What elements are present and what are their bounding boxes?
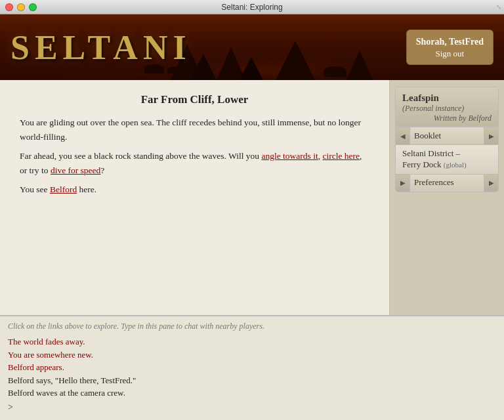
booklet-right-button[interactable]: ▶ <box>484 127 498 144</box>
close-button[interactable] <box>5 3 13 11</box>
location-title: Far From Cliff, Lower <box>20 93 369 106</box>
link-dive[interactable]: dive for speed <box>51 165 100 175</box>
link-angle[interactable]: angle towards it <box>261 151 318 161</box>
chat-prompt: > <box>8 402 496 413</box>
preferences-label: Preferences <box>410 177 484 188</box>
chat-lines: The world fades away.You are somewhere n… <box>8 335 496 400</box>
preferences-row: ▶ Preferences ▶ <box>396 174 498 192</box>
preferences-left-button[interactable]: ▶ <box>396 175 410 192</box>
chat-line: Belford appears. <box>8 361 496 374</box>
maximize-button[interactable] <box>29 3 37 11</box>
location-suffix: (global) <box>444 161 467 169</box>
header-banner: SELTANI Shorah, TestFred Sign out <box>0 14 504 80</box>
booklet-left-button[interactable]: ◀ <box>396 127 410 144</box>
link-circle[interactable]: circle here <box>322 151 360 161</box>
main-layout: Far From Cliff, Lower You are gliding ou… <box>0 80 504 315</box>
booklet-row: ◀ Booklet ▶ <box>396 127 498 144</box>
age-name: Leafspin <box>402 93 492 104</box>
location-row: Seltani District – Ferry Dock (global) <box>396 144 498 174</box>
minimize-button[interactable] <box>17 3 25 11</box>
author-label: Written by Belford <box>402 114 492 123</box>
paragraph-1: You are gliding out over the open sea. T… <box>20 116 369 144</box>
sign-out-button[interactable]: Sign out <box>416 49 484 59</box>
sidebar: Leafspin (Personal instance) Written by … <box>389 80 504 315</box>
sidebar-header: Leafspin (Personal instance) Written by … <box>396 87 498 127</box>
instance-label: (Personal instance) <box>402 104 492 114</box>
chat-line: Belford waves at the camera crew. <box>8 387 496 400</box>
chat-line: Belford says, "Hello there, TestFred." <box>8 374 496 387</box>
booklet-label: Booklet <box>410 131 484 142</box>
user-panel: Shorah, TestFred Sign out <box>406 30 494 65</box>
chat-line: You are somewhere new. <box>8 348 496 362</box>
paragraph-3: You see Belford here. <box>20 182 369 197</box>
chat-area[interactable]: Click on the links above to explore. Typ… <box>0 315 504 420</box>
paragraph-2: Far ahead, you see a black rock standing… <box>20 149 369 177</box>
window-controls <box>5 3 37 11</box>
location-line1: Seltani District – <box>402 148 460 158</box>
resize-icon: ⤡ <box>496 3 501 10</box>
content-area[interactable]: Far From Cliff, Lower You are gliding ou… <box>0 80 389 315</box>
titlebar: Seltani: Exploring ⤡ <box>0 0 504 14</box>
chat-hint: Click on the links above to explore. Typ… <box>8 322 496 331</box>
chat-line: The world fades away. <box>8 335 496 348</box>
window-title: Seltani: Exploring <box>221 3 282 12</box>
sidebar-panel: Leafspin (Personal instance) Written by … <box>395 87 499 192</box>
user-name: Shorah, TestFred <box>416 37 484 47</box>
link-belford[interactable]: Belford <box>50 184 77 194</box>
location-text: Seltani District – Ferry Dock (global) <box>402 148 492 171</box>
app-logo: SELTANI <box>10 28 192 67</box>
location-line2: Ferry Dock <box>402 159 442 169</box>
preferences-right-button[interactable]: ▶ <box>484 175 498 192</box>
